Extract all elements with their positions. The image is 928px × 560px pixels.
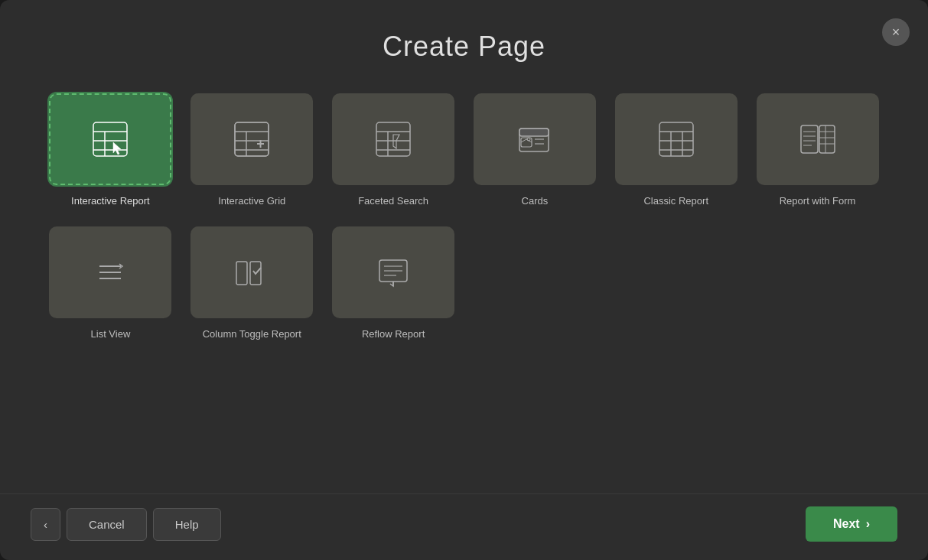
- page-type-card-interactive-grid[interactable]: [190, 93, 313, 185]
- page-type-card-report-with-form[interactable]: [757, 93, 879, 185]
- page-types-row2: List View Column Toggle Report: [46, 226, 882, 341]
- label-interactive-report: Interactive Report: [71, 194, 150, 208]
- page-type-column-toggle-report[interactable]: Column Toggle Report: [187, 226, 317, 341]
- label-faceted-search: Faceted Search: [358, 194, 428, 208]
- help-button[interactable]: Help: [153, 508, 221, 541]
- page-type-card-column-toggle-report[interactable]: [190, 226, 313, 318]
- svg-rect-6: [235, 122, 269, 156]
- interactive-report-icon: [89, 118, 132, 161]
- svg-rect-25: [659, 122, 693, 156]
- page-types-row1: Interactive Report: [46, 93, 882, 208]
- page-type-card-list-view[interactable]: [49, 226, 171, 318]
- cancel-button[interactable]: Cancel: [67, 508, 147, 541]
- cards-icon: [513, 118, 556, 161]
- modal-footer: ‹ Cancel Help Next ›: [0, 493, 928, 560]
- close-button[interactable]: ×: [882, 18, 910, 46]
- page-type-card-faceted-search[interactable]: [332, 93, 454, 185]
- svg-rect-31: [801, 125, 818, 153]
- classic-report-icon: [655, 118, 698, 161]
- faceted-search-icon: [372, 118, 415, 161]
- page-type-card-interactive-report[interactable]: [49, 93, 171, 185]
- next-label: Next: [833, 517, 860, 531]
- label-classic-report: Classic Report: [643, 194, 708, 208]
- page-type-list-view[interactable]: List View: [46, 226, 175, 341]
- label-list-view: List View: [91, 327, 131, 341]
- page-type-interactive-report[interactable]: Interactive Report: [46, 93, 175, 208]
- page-type-cards[interactable]: Cards: [470, 93, 599, 208]
- page-type-interactive-grid[interactable]: Interactive Grid: [187, 93, 317, 208]
- svg-rect-36: [819, 125, 835, 153]
- label-reflow-report: Reflow Report: [362, 327, 425, 341]
- modal-title: Create Page: [46, 31, 882, 63]
- label-report-with-form: Report with Form: [780, 194, 856, 208]
- create-page-modal: Create Page × Interactiv: [0, 0, 928, 560]
- label-cards: Cards: [522, 194, 549, 208]
- column-toggle-icon: [230, 251, 273, 294]
- svg-rect-44: [236, 262, 247, 285]
- svg-rect-0: [93, 122, 127, 156]
- modal-header: Create Page ×: [0, 0, 928, 78]
- report-with-form-icon: [796, 118, 839, 161]
- label-interactive-grid: Interactive Grid: [218, 194, 285, 208]
- next-arrow: ›: [866, 517, 870, 531]
- footer-left-buttons: ‹ Cancel Help: [31, 508, 221, 541]
- list-view-icon: [89, 251, 132, 294]
- page-type-card-classic-report[interactable]: [615, 93, 738, 185]
- svg-rect-20: [519, 129, 549, 136]
- svg-marker-5: [113, 142, 121, 155]
- page-type-report-with-form[interactable]: Report with Form: [753, 93, 882, 208]
- modal-body: Interactive Report: [0, 78, 928, 493]
- page-type-card-cards[interactable]: [474, 93, 596, 185]
- page-type-faceted-search[interactable]: Faceted Search: [329, 93, 458, 208]
- next-button[interactable]: Next ›: [806, 506, 897, 542]
- page-type-card-reflow-report[interactable]: [332, 226, 454, 318]
- svg-rect-7: [235, 122, 269, 156]
- reflow-report-icon: [372, 251, 415, 294]
- label-column-toggle-report: Column Toggle Report: [203, 327, 301, 341]
- page-type-classic-report[interactable]: Classic Report: [611, 93, 741, 208]
- prev-button[interactable]: ‹: [31, 508, 60, 541]
- page-type-reflow-report[interactable]: Reflow Report: [329, 226, 458, 341]
- interactive-grid-icon: [230, 118, 273, 161]
